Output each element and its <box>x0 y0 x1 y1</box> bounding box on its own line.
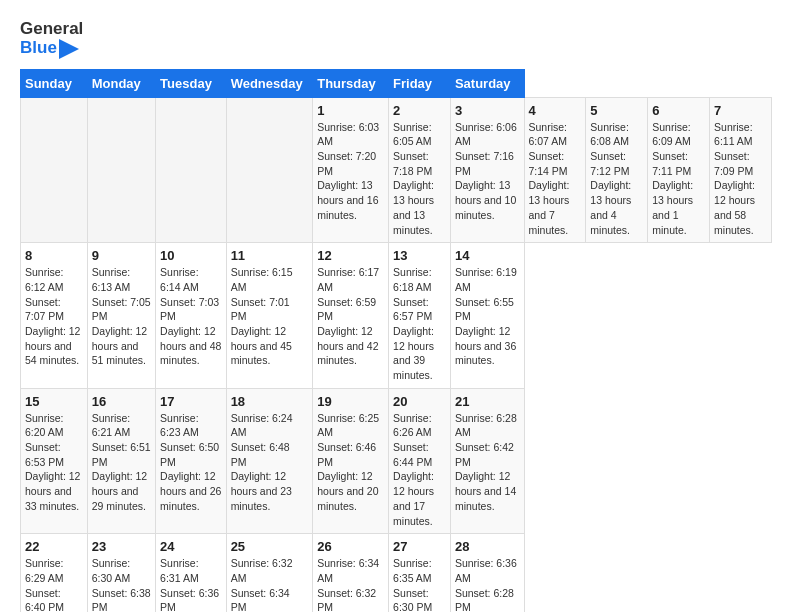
day-number: 28 <box>455 539 520 554</box>
day-number: 1 <box>317 103 384 118</box>
day-info: Sunrise: 6:20 AMSunset: 6:53 PMDaylight:… <box>25 411 83 514</box>
calendar-day-cell: 27 Sunrise: 6:35 AMSunset: 6:30 PMDaylig… <box>389 534 451 612</box>
day-info: Sunrise: 6:28 AMSunset: 6:42 PMDaylight:… <box>455 411 520 514</box>
day-info: Sunrise: 6:35 AMSunset: 6:30 PMDaylight:… <box>393 556 446 612</box>
day-number: 23 <box>92 539 151 554</box>
page-header: General Blue <box>20 20 772 59</box>
calendar-day-cell: 14 Sunrise: 6:19 AMSunset: 6:55 PMDaylig… <box>450 243 524 389</box>
empty-cell <box>226 97 313 243</box>
svg-marker-0 <box>59 39 79 59</box>
day-number: 13 <box>393 248 446 263</box>
day-info: Sunrise: 6:32 AMSunset: 6:34 PMDaylight:… <box>231 556 309 612</box>
day-of-week-header: Sunday <box>21 69 88 97</box>
day-info: Sunrise: 6:13 AMSunset: 7:05 PMDaylight:… <box>92 265 151 368</box>
day-info: Sunrise: 6:14 AMSunset: 7:03 PMDaylight:… <box>160 265 222 368</box>
day-number: 6 <box>652 103 705 118</box>
day-info: Sunrise: 6:23 AMSunset: 6:50 PMDaylight:… <box>160 411 222 514</box>
day-info: Sunrise: 6:07 AMSunset: 7:14 PMDaylight:… <box>529 120 582 238</box>
day-info: Sunrise: 6:26 AMSunset: 6:44 PMDaylight:… <box>393 411 446 529</box>
calendar-day-cell: 16 Sunrise: 6:21 AMSunset: 6:51 PMDaylig… <box>87 388 155 534</box>
day-number: 26 <box>317 539 384 554</box>
day-info: Sunrise: 6:15 AMSunset: 7:01 PMDaylight:… <box>231 265 309 368</box>
calendar-day-cell: 21 Sunrise: 6:28 AMSunset: 6:42 PMDaylig… <box>450 388 524 534</box>
day-number: 24 <box>160 539 222 554</box>
day-number: 15 <box>25 394 83 409</box>
logo: General Blue <box>20 20 83 59</box>
day-number: 18 <box>231 394 309 409</box>
day-info: Sunrise: 6:24 AMSunset: 6:48 PMDaylight:… <box>231 411 309 514</box>
calendar-day-cell: 13 Sunrise: 6:18 AMSunset: 6:57 PMDaylig… <box>389 243 451 389</box>
calendar-day-cell: 25 Sunrise: 6:32 AMSunset: 6:34 PMDaylig… <box>226 534 313 612</box>
day-number: 5 <box>590 103 643 118</box>
day-number: 17 <box>160 394 222 409</box>
empty-cell <box>156 97 227 243</box>
calendar-day-cell: 3 Sunrise: 6:06 AMSunset: 7:16 PMDayligh… <box>450 97 524 243</box>
day-info: Sunrise: 6:34 AMSunset: 6:32 PMDaylight:… <box>317 556 384 612</box>
empty-cell <box>87 97 155 243</box>
day-number: 11 <box>231 248 309 263</box>
calendar-day-cell: 15 Sunrise: 6:20 AMSunset: 6:53 PMDaylig… <box>21 388 88 534</box>
day-of-week-header: Tuesday <box>156 69 227 97</box>
day-of-week-header: Monday <box>87 69 155 97</box>
day-number: 16 <box>92 394 151 409</box>
day-info: Sunrise: 6:11 AMSunset: 7:09 PMDaylight:… <box>714 120 767 238</box>
day-info: Sunrise: 6:03 AMSunset: 7:20 PMDaylight:… <box>317 120 384 223</box>
day-info: Sunrise: 6:12 AMSunset: 7:07 PMDaylight:… <box>25 265 83 368</box>
calendar-day-cell: 28 Sunrise: 6:36 AMSunset: 6:28 PMDaylig… <box>450 534 524 612</box>
day-number: 10 <box>160 248 222 263</box>
calendar-week-row: 22 Sunrise: 6:29 AMSunset: 6:40 PMDaylig… <box>21 534 772 612</box>
calendar-day-cell: 22 Sunrise: 6:29 AMSunset: 6:40 PMDaylig… <box>21 534 88 612</box>
day-number: 22 <box>25 539 83 554</box>
calendar-day-cell: 19 Sunrise: 6:25 AMSunset: 6:46 PMDaylig… <box>313 388 389 534</box>
day-info: Sunrise: 6:06 AMSunset: 7:16 PMDaylight:… <box>455 120 520 223</box>
logo-blue-text: Blue <box>20 39 83 59</box>
calendar-day-cell: 24 Sunrise: 6:31 AMSunset: 6:36 PMDaylig… <box>156 534 227 612</box>
day-info: Sunrise: 6:25 AMSunset: 6:46 PMDaylight:… <box>317 411 384 514</box>
empty-cell <box>21 97 88 243</box>
calendar-header-row: SundayMondayTuesdayWednesdayThursdayFrid… <box>21 69 772 97</box>
calendar-day-cell: 17 Sunrise: 6:23 AMSunset: 6:50 PMDaylig… <box>156 388 227 534</box>
calendar-day-cell: 7 Sunrise: 6:11 AMSunset: 7:09 PMDayligh… <box>710 97 772 243</box>
calendar-day-cell: 6 Sunrise: 6:09 AMSunset: 7:11 PMDayligh… <box>648 97 710 243</box>
calendar-day-cell: 2 Sunrise: 6:05 AMSunset: 7:18 PMDayligh… <box>389 97 451 243</box>
day-of-week-header: Thursday <box>313 69 389 97</box>
day-info: Sunrise: 6:08 AMSunset: 7:12 PMDaylight:… <box>590 120 643 238</box>
day-of-week-header: Saturday <box>450 69 524 97</box>
calendar-day-cell: 5 Sunrise: 6:08 AMSunset: 7:12 PMDayligh… <box>586 97 648 243</box>
calendar-day-cell: 23 Sunrise: 6:30 AMSunset: 6:38 PMDaylig… <box>87 534 155 612</box>
calendar-day-cell: 10 Sunrise: 6:14 AMSunset: 7:03 PMDaylig… <box>156 243 227 389</box>
day-of-week-header: Wednesday <box>226 69 313 97</box>
day-number: 2 <box>393 103 446 118</box>
day-number: 7 <box>714 103 767 118</box>
day-info: Sunrise: 6:31 AMSunset: 6:36 PMDaylight:… <box>160 556 222 612</box>
day-number: 21 <box>455 394 520 409</box>
calendar-table: SundayMondayTuesdayWednesdayThursdayFrid… <box>20 69 772 612</box>
day-info: Sunrise: 6:29 AMSunset: 6:40 PMDaylight:… <box>25 556 83 612</box>
day-info: Sunrise: 6:18 AMSunset: 6:57 PMDaylight:… <box>393 265 446 383</box>
day-number: 12 <box>317 248 384 263</box>
day-number: 9 <box>92 248 151 263</box>
day-number: 4 <box>529 103 582 118</box>
calendar-day-cell: 18 Sunrise: 6:24 AMSunset: 6:48 PMDaylig… <box>226 388 313 534</box>
calendar-day-cell: 9 Sunrise: 6:13 AMSunset: 7:05 PMDayligh… <box>87 243 155 389</box>
day-number: 25 <box>231 539 309 554</box>
logo-general-text: General <box>20 20 83 39</box>
day-number: 19 <box>317 394 384 409</box>
calendar-day-cell: 11 Sunrise: 6:15 AMSunset: 7:01 PMDaylig… <box>226 243 313 389</box>
day-of-week-header: Friday <box>389 69 451 97</box>
day-info: Sunrise: 6:19 AMSunset: 6:55 PMDaylight:… <box>455 265 520 368</box>
day-info: Sunrise: 6:17 AMSunset: 6:59 PMDaylight:… <box>317 265 384 368</box>
calendar-week-row: 8 Sunrise: 6:12 AMSunset: 7:07 PMDayligh… <box>21 243 772 389</box>
calendar-day-cell: 8 Sunrise: 6:12 AMSunset: 7:07 PMDayligh… <box>21 243 88 389</box>
calendar-week-row: 1 Sunrise: 6:03 AMSunset: 7:20 PMDayligh… <box>21 97 772 243</box>
day-number: 3 <box>455 103 520 118</box>
day-info: Sunrise: 6:21 AMSunset: 6:51 PMDaylight:… <box>92 411 151 514</box>
day-number: 27 <box>393 539 446 554</box>
calendar-day-cell: 4 Sunrise: 6:07 AMSunset: 7:14 PMDayligh… <box>524 97 586 243</box>
day-info: Sunrise: 6:36 AMSunset: 6:28 PMDaylight:… <box>455 556 520 612</box>
calendar-day-cell: 12 Sunrise: 6:17 AMSunset: 6:59 PMDaylig… <box>313 243 389 389</box>
day-info: Sunrise: 6:05 AMSunset: 7:18 PMDaylight:… <box>393 120 446 238</box>
day-number: 8 <box>25 248 83 263</box>
day-info: Sunrise: 6:09 AMSunset: 7:11 PMDaylight:… <box>652 120 705 238</box>
calendar-day-cell: 26 Sunrise: 6:34 AMSunset: 6:32 PMDaylig… <box>313 534 389 612</box>
